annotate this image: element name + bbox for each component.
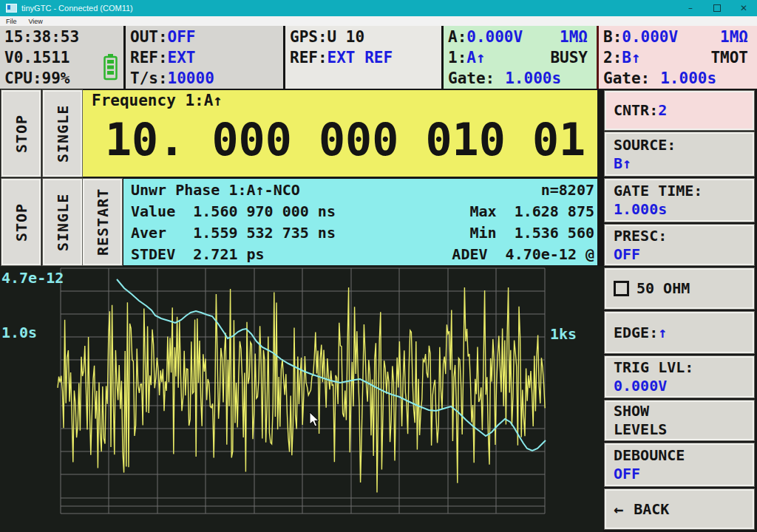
phase-row: STOP SINGLE RESTART Unwr Phase 1:A↑-NCO … <box>0 179 600 265</box>
frequency-single-button[interactable]: SINGLE <box>43 90 82 177</box>
x-axis-end-label: 1ks <box>550 325 577 343</box>
maximize-icon <box>713 4 721 12</box>
phase-stats-panel: Unwr Phase 1:A↑-NCO n=8207 Value 1.560 9… <box>123 179 597 265</box>
sidebar-button-cntr[interactable]: CNTR:2 <box>605 91 754 130</box>
back-arrow-icon: ← <box>614 500 623 519</box>
channel-b-source-line: 2:B↑ TMOT <box>603 47 754 68</box>
channel-b-state: TMOT <box>710 47 748 68</box>
clock: 15:38:53 <box>4 27 120 47</box>
gps-line: GPS:U 10 <box>290 27 438 47</box>
channel-a-input-line: A:0.000V 1MΩ <box>448 27 594 47</box>
battery-icon <box>103 54 118 86</box>
edge-up-arrow-icon: ↑ <box>658 324 667 342</box>
frequency-stop-button[interactable]: STOP <box>1 90 41 177</box>
sidebar-button-prescaler[interactable]: PRESC: OFF <box>605 225 754 265</box>
ref-line: REF:EXT <box>130 47 280 68</box>
maximize-button[interactable] <box>704 0 730 16</box>
output-status-panel: OUT:OFF REF:EXT T/s:10000 <box>123 26 283 89</box>
sidebar-button-50ohm[interactable]: 50 OHM <box>605 268 754 309</box>
status-row: 15:38:53 V0.1511 CPU:99% OUT:OFF REF:EXT… <box>0 26 757 89</box>
frequency-value: 10. 000 000 010 01 <box>83 109 597 170</box>
menu-bar: File View <box>0 16 757 26</box>
app-window: tinyGTC - Connected (COM11) – ✕ File Vie… <box>0 0 757 532</box>
frequency-title: Frequency 1:A↑ <box>83 90 597 109</box>
sidebar-button-show-levels[interactable]: SHOW LEVELS <box>605 400 754 440</box>
minimize-button[interactable]: – <box>677 0 704 16</box>
sidebar-button-source[interactable]: SOURCE: B↑ <box>605 132 754 176</box>
sidebar-button-debounce[interactable]: DEBOUNCE OFF <box>605 443 754 486</box>
phase-stop-button[interactable]: STOP <box>1 179 41 265</box>
phase-title: Unwr Phase 1:A↑-NCO <box>131 180 300 201</box>
phase-average-line: Aver 1.559 532 735 ns Min 1.536 560 <box>131 222 594 244</box>
mouse-cursor <box>309 412 319 431</box>
minimize-icon: – <box>688 3 693 13</box>
phase-stdev-line: STDEV 2.721 ps ADEV 4.70e-12 @ <box>131 244 594 265</box>
system-status-panel: 15:38:53 V0.1511 CPU:99% <box>0 26 123 89</box>
out-line: OUT:OFF <box>130 27 280 47</box>
channel-b-gate-line: Gate:1.000s <box>603 68 754 89</box>
window-title: tinyGTC - Connected (COM11) <box>21 4 133 13</box>
app-icon <box>6 4 17 13</box>
menu-view[interactable]: View <box>29 18 43 25</box>
chart-area: 4.7e-12 1.0s 1ks 450.0s:ΔY= 391μHz 3.8e-… <box>0 266 603 532</box>
close-icon: ✕ <box>740 3 747 13</box>
channel-a-panel: A:0.000V 1MΩ 1:A↑ BUSY Gate:1.000s <box>441 26 597 89</box>
channel-a-source-line: 1:A↑ BUSY <box>448 47 594 68</box>
channel-a-state: BUSY <box>550 47 588 68</box>
sidebar-button-trigger-level[interactable]: TRIG LVL: 0.000V <box>605 356 754 398</box>
chart-status-line: 450.0s:ΔY= 391μHz 3.8e-15 <box>1 513 227 532</box>
timestamps-line: T/s:10000 <box>130 68 280 89</box>
adev-scale-label: 4.7e-12 <box>1 269 64 287</box>
x-axis-start-label: 1.0s <box>1 324 37 341</box>
gps-ref-line: REF:EXT REF <box>290 47 438 68</box>
frequency-display-panel: Frequency 1:A↑ 10. 000 000 010 01 <box>83 90 597 177</box>
gps-status-panel: GPS:U 10 REF:EXT REF <box>283 26 441 89</box>
channel-b-panel: B:0.000V 1MΩ 2:B↑ TMOT Gate:1.000s <box>597 26 757 89</box>
chart-canvas[interactable] <box>0 266 603 532</box>
sidebar-button-gate-time[interactable]: GATE TIME: 1.000s <box>605 179 754 222</box>
menu-file[interactable]: File <box>6 18 17 25</box>
title-bar: tinyGTC - Connected (COM11) – ✕ <box>0 0 757 16</box>
close-button[interactable]: ✕ <box>730 0 757 16</box>
phase-restart-button[interactable]: RESTART <box>83 179 122 265</box>
sidebar-button-edge[interactable]: EDGE:↑ <box>605 312 754 353</box>
phase-single-button[interactable]: SINGLE <box>43 179 82 265</box>
channel-a-gate-line: Gate:1.000s <box>448 68 594 89</box>
channel-b-input-line: B:0.000V 1MΩ <box>603 27 754 47</box>
sidebar-button-back[interactable]: ←BACK <box>605 489 754 529</box>
phase-value-line: Value 1.560 970 000 ns Max 1.628 875 <box>131 201 594 222</box>
frequency-row: STOP SINGLE Frequency 1:A↑ 10. 000 000 0… <box>0 90 600 177</box>
phase-title-line: Unwr Phase 1:A↑-NCO n=8207 <box>131 180 594 201</box>
phase-sample-count: n=8207 <box>541 180 594 201</box>
50ohm-checkbox[interactable] <box>614 281 629 296</box>
